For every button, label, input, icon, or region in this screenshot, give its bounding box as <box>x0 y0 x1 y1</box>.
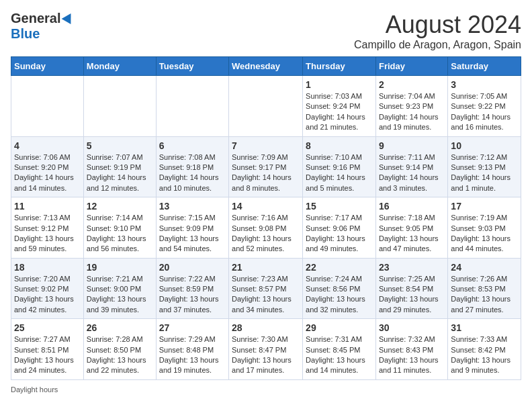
calendar-cell-4-6: 31Sunrise: 7:33 AM Sunset: 8:42 PM Dayli… <box>448 319 521 380</box>
month-title: August 2024 <box>354 11 521 39</box>
day-info: Sunrise: 7:21 AM Sunset: 9:00 PM Dayligh… <box>87 274 153 316</box>
calendar-cell-0-4: 1Sunrise: 7:03 AM Sunset: 9:24 PM Daylig… <box>303 76 376 137</box>
day-info: Sunrise: 7:05 AM Sunset: 9:22 PM Dayligh… <box>451 91 518 133</box>
header-day-thursday: Thursday <box>303 57 376 76</box>
calendar-cell-2-2: 13Sunrise: 7:15 AM Sunset: 9:09 PM Dayli… <box>156 197 228 259</box>
calendar-cell-1-5: 9Sunrise: 7:11 AM Sunset: 9:14 PM Daylig… <box>375 136 447 197</box>
week-row-1: 1Sunrise: 7:03 AM Sunset: 9:24 PM Daylig… <box>11 76 521 137</box>
day-info: Sunrise: 7:15 AM Sunset: 9:09 PM Dayligh… <box>159 213 226 255</box>
calendar-cell-2-0: 11Sunrise: 7:13 AM Sunset: 9:12 PM Dayli… <box>11 197 84 259</box>
day-number: 29 <box>306 322 373 333</box>
day-number: 24 <box>451 262 518 273</box>
day-number: 11 <box>14 201 81 212</box>
logo: General Blue <box>11 11 74 42</box>
logo-triangle-icon <box>62 10 76 24</box>
location-text: Campillo de Aragon, Aragon, Spain <box>354 39 521 51</box>
day-number: 12 <box>87 201 153 212</box>
title-section: August 2024 Campillo de Aragon, Aragon, … <box>354 11 521 51</box>
header-day-sunday: Sunday <box>11 57 84 76</box>
logo-general-text: General <box>11 11 60 26</box>
day-number: 23 <box>379 262 445 273</box>
day-info: Sunrise: 7:03 AM Sunset: 9:24 PM Dayligh… <box>306 91 373 133</box>
day-number: 18 <box>14 262 81 273</box>
calendar-cell-0-2 <box>156 76 228 137</box>
header-row: SundayMondayTuesdayWednesdayThursdayFrid… <box>11 57 521 76</box>
calendar-cell-3-3: 21Sunrise: 7:23 AM Sunset: 8:57 PM Dayli… <box>229 258 303 319</box>
header-day-friday: Friday <box>375 57 447 76</box>
day-number: 16 <box>379 201 445 212</box>
calendar-cell-4-3: 28Sunrise: 7:30 AM Sunset: 8:47 PM Dayli… <box>229 319 303 380</box>
day-number: 25 <box>14 322 81 333</box>
day-info: Sunrise: 7:31 AM Sunset: 8:45 PM Dayligh… <box>306 334 373 376</box>
day-info: Sunrise: 7:18 AM Sunset: 9:05 PM Dayligh… <box>379 213 445 255</box>
day-number: 3 <box>451 79 518 90</box>
calendar-cell-4-1: 26Sunrise: 7:28 AM Sunset: 8:50 PM Dayli… <box>83 319 156 380</box>
calendar-cell-4-5: 30Sunrise: 7:32 AM Sunset: 8:43 PM Dayli… <box>375 319 447 380</box>
day-number: 31 <box>451 322 518 333</box>
calendar-cell-3-1: 19Sunrise: 7:21 AM Sunset: 9:00 PM Dayli… <box>83 258 156 319</box>
day-info: Sunrise: 7:07 AM Sunset: 9:19 PM Dayligh… <box>87 152 153 194</box>
calendar-body: 1Sunrise: 7:03 AM Sunset: 9:24 PM Daylig… <box>11 76 521 380</box>
day-number: 22 <box>306 262 373 273</box>
calendar-cell-3-0: 18Sunrise: 7:20 AM Sunset: 9:02 PM Dayli… <box>11 258 84 319</box>
calendar-cell-0-3 <box>229 76 303 137</box>
day-info: Sunrise: 7:19 AM Sunset: 9:03 PM Dayligh… <box>451 213 518 255</box>
header-day-monday: Monday <box>83 57 156 76</box>
header-day-tuesday: Tuesday <box>156 57 228 76</box>
day-info: Sunrise: 7:29 AM Sunset: 8:48 PM Dayligh… <box>159 334 226 376</box>
calendar-cell-1-4: 8Sunrise: 7:10 AM Sunset: 9:16 PM Daylig… <box>303 136 376 197</box>
day-number: 27 <box>159 322 226 333</box>
day-number: 7 <box>232 140 300 151</box>
week-row-3: 11Sunrise: 7:13 AM Sunset: 9:12 PM Dayli… <box>11 197 521 259</box>
day-number: 26 <box>87 322 153 333</box>
logo-blue-text: Blue <box>11 26 40 42</box>
calendar-cell-2-6: 17Sunrise: 7:19 AM Sunset: 9:03 PM Dayli… <box>448 197 521 259</box>
day-info: Sunrise: 7:26 AM Sunset: 8:53 PM Dayligh… <box>451 274 518 316</box>
page-header: General Blue August 2024 Campillo de Ara… <box>11 11 521 51</box>
calendar-cell-2-4: 15Sunrise: 7:17 AM Sunset: 9:06 PM Dayli… <box>303 197 376 259</box>
day-info: Sunrise: 7:32 AM Sunset: 8:43 PM Dayligh… <box>379 334 445 376</box>
day-number: 6 <box>159 140 226 151</box>
day-info: Sunrise: 7:16 AM Sunset: 9:08 PM Dayligh… <box>232 213 300 255</box>
header-day-saturday: Saturday <box>448 57 521 76</box>
calendar-cell-4-2: 27Sunrise: 7:29 AM Sunset: 8:48 PM Dayli… <box>156 319 228 380</box>
day-number: 13 <box>159 201 226 212</box>
day-number: 30 <box>379 322 445 333</box>
day-info: Sunrise: 7:28 AM Sunset: 8:50 PM Dayligh… <box>87 334 153 376</box>
calendar-cell-3-5: 23Sunrise: 7:25 AM Sunset: 8:54 PM Dayli… <box>375 258 447 319</box>
footer: Daylight hours <box>11 385 521 394</box>
day-number: 20 <box>159 262 226 273</box>
calendar-cell-1-6: 10Sunrise: 7:12 AM Sunset: 9:13 PM Dayli… <box>448 136 521 197</box>
calendar-cell-3-6: 24Sunrise: 7:26 AM Sunset: 8:53 PM Dayli… <box>448 258 521 319</box>
day-number: 4 <box>14 140 81 151</box>
day-info: Sunrise: 7:11 AM Sunset: 9:14 PM Dayligh… <box>379 152 445 194</box>
calendar-cell-3-4: 22Sunrise: 7:24 AM Sunset: 8:56 PM Dayli… <box>303 258 376 319</box>
day-info: Sunrise: 7:20 AM Sunset: 9:02 PM Dayligh… <box>14 274 81 316</box>
calendar-cell-1-0: 4Sunrise: 7:06 AM Sunset: 9:20 PM Daylig… <box>11 136 84 197</box>
calendar-cell-1-3: 7Sunrise: 7:09 AM Sunset: 9:17 PM Daylig… <box>229 136 303 197</box>
calendar-cell-0-1 <box>83 76 156 137</box>
day-info: Sunrise: 7:06 AM Sunset: 9:20 PM Dayligh… <box>14 152 81 194</box>
day-number: 1 <box>306 79 373 90</box>
header-day-wednesday: Wednesday <box>229 57 303 76</box>
calendar-cell-1-1: 5Sunrise: 7:07 AM Sunset: 9:19 PM Daylig… <box>83 136 156 197</box>
day-number: 8 <box>306 140 373 151</box>
calendar-cell-0-6: 3Sunrise: 7:05 AM Sunset: 9:22 PM Daylig… <box>448 76 521 137</box>
day-info: Sunrise: 7:17 AM Sunset: 9:06 PM Dayligh… <box>306 213 373 255</box>
calendar-cell-0-0 <box>11 76 84 137</box>
day-number: 10 <box>451 140 518 151</box>
day-number: 5 <box>87 140 153 151</box>
calendar-header: SundayMondayTuesdayWednesdayThursdayFrid… <box>11 57 521 76</box>
day-info: Sunrise: 7:04 AM Sunset: 9:23 PM Dayligh… <box>379 91 445 133</box>
day-number: 2 <box>379 79 445 90</box>
day-info: Sunrise: 7:12 AM Sunset: 9:13 PM Dayligh… <box>451 152 518 194</box>
day-info: Sunrise: 7:14 AM Sunset: 9:10 PM Dayligh… <box>87 213 153 255</box>
calendar-cell-2-1: 12Sunrise: 7:14 AM Sunset: 9:10 PM Dayli… <box>83 197 156 259</box>
calendar-cell-4-4: 29Sunrise: 7:31 AM Sunset: 8:45 PM Dayli… <box>303 319 376 380</box>
daylight-label: Daylight hours <box>11 385 58 394</box>
day-info: Sunrise: 7:24 AM Sunset: 8:56 PM Dayligh… <box>306 274 373 316</box>
day-info: Sunrise: 7:08 AM Sunset: 9:18 PM Dayligh… <box>159 152 226 194</box>
day-info: Sunrise: 7:25 AM Sunset: 8:54 PM Dayligh… <box>379 274 445 316</box>
week-row-5: 25Sunrise: 7:27 AM Sunset: 8:51 PM Dayli… <box>11 319 521 380</box>
day-info: Sunrise: 7:30 AM Sunset: 8:47 PM Dayligh… <box>232 334 300 376</box>
